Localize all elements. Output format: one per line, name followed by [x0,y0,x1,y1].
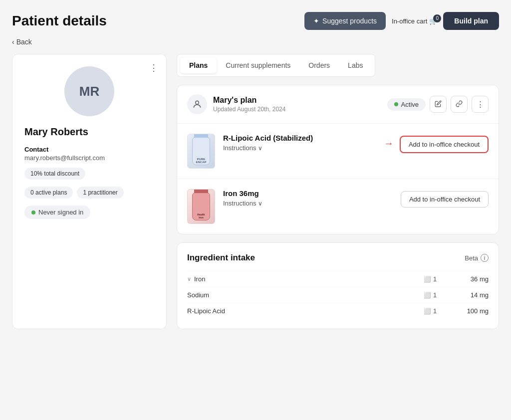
edit-plan-button[interactable] [430,96,447,113]
ingredient-row-rlipoic: R-Lipoic Acid ⬜ 1 100 mg [187,303,489,319]
status-badge: Never signed in [24,206,90,219]
product-image-lipoic: PUREENCAP [187,134,215,169]
beta-label: Beta [465,254,478,262]
patient-name: Mary Roberts [24,126,154,138]
tab-orders[interactable]: Orders [299,57,339,73]
patient-card: ⋮ MR Mary Roberts Contact mary.roberts@f… [12,54,167,329]
beta-badge: Beta i [465,254,489,262]
ingredient-intake-card: Ingredient intake Beta i ∨ Iron ⬜ 1 [177,242,499,329]
tabs-bar: Plans Current supplements Orders Labs [177,54,375,77]
cart-badge: 0 [433,14,441,22]
add-to-checkout-button-iron[interactable]: Add to in-office checkout [401,191,489,208]
edit-icon [435,100,442,109]
plan-card: Mary's plan Updated August 20th, 2024 Ac… [177,85,499,234]
contact-section: Contact mary.roberts@fullscript.com [24,146,154,162]
avatar: MR [64,66,114,116]
page-title: Patient details [12,13,107,29]
ingredient-name-rlipoic: R-Lipoic Acid [187,307,424,315]
ingredient-count-rlipoic: ⬜ 1 [424,307,454,315]
arrow-right-icon: → [384,138,394,149]
active-plans-tag: 0 active plans [24,187,73,199]
ingredient-name-iron: ∨ Iron [187,275,424,283]
tags-row: 10% total discount [24,168,154,180]
plan-more-button[interactable]: ⋮ [472,96,489,113]
ingredient-header: Ingredient intake Beta i [187,253,489,263]
ingredient-row-sodium: Sodium ⬜ 1 14 mg [187,287,489,303]
patient-card-menu[interactable]: ⋮ [149,62,158,73]
sparkle-icon: ✦ [313,17,319,25]
chevron-down-icon: ∨ [258,145,262,152]
plan-person-icon [187,94,207,114]
plan-header: Mary's plan Updated August 20th, 2024 Ac… [177,85,499,124]
tab-plans[interactable]: Plans [180,57,217,73]
main-content: ⋮ MR Mary Roberts Contact mary.roberts@f… [12,54,499,329]
ingredient-row-iron: ∨ Iron ⬜ 1 36 mg [187,271,489,287]
right-panel: Plans Current supplements Orders Labs [177,54,499,329]
product-details-iron: Iron 36mg Instructions ∨ [223,189,401,207]
product-actions-iron: Add to in-office checkout [401,189,489,208]
plan-info: Mary's plan Updated August 20th, 2024 [213,96,387,113]
ingredient-count-sodium: ⬜ 1 [424,291,454,299]
product-details-lipoic: R-Lipoic Acid (Stabilized) Instructions … [223,134,384,152]
in-office-cart-link[interactable]: In-office cart 🛒 0 [392,17,437,25]
product-image-iron: HealthIron [187,189,215,224]
status-dot [31,210,35,214]
active-badge: Active [387,98,426,111]
back-link[interactable]: ‹ Back [12,38,499,46]
chevron-left-icon: ‹ [12,38,14,46]
link-icon [456,100,463,109]
chevron-down-icon-iron: ∨ [258,200,262,207]
ingredient-title: Ingredient intake [187,253,255,263]
plan-updated: Updated August 20th, 2024 [213,106,387,113]
tab-current-supplements[interactable]: Current supplements [217,57,299,73]
chevron-icon-iron[interactable]: ∨ [187,276,191,282]
more-icon: ⋮ [477,100,484,109]
active-dot [394,102,398,106]
ingredient-amount-iron: 36 mg [454,275,489,283]
product-name-lipoic: R-Lipoic Acid (Stabilized) [223,134,384,142]
info-icon[interactable]: i [481,254,489,262]
product-instructions-iron[interactable]: Instructions ∨ [223,200,401,207]
plan-name: Mary's plan [213,96,387,105]
contact-label: Contact [24,146,154,153]
top-header: Patient details ✦ Suggest products In-of… [12,12,499,30]
header-actions: ✦ Suggest products In-office cart 🛒 0 Bu… [304,12,499,30]
status-label: Never signed in [38,209,83,216]
pill-icon-rlipoic: ⬜ [424,308,431,315]
ingredient-amount-sodium: 14 mg [454,291,489,299]
contact-email: mary.roberts@fullscript.com [24,154,154,162]
copy-link-button[interactable] [451,96,468,113]
product-instructions-lipoic[interactable]: Instructions ∨ [223,144,384,152]
build-plan-button[interactable]: Build plan [443,12,499,30]
svg-point-0 [196,101,199,104]
product-row-iron: HealthIron Iron 36mg Instructions ∨ Add … [177,179,499,234]
practitioner-tag: 1 practitioner [77,187,123,199]
add-to-checkout-button-lipoic[interactable]: Add to in-office checkout [400,136,489,153]
plan-actions: Active [387,96,489,113]
discount-tag: 10% total discount [24,168,85,180]
plan-tags-row: 0 active plans 1 practitioner [24,187,154,199]
pill-icon-sodium: ⬜ [424,292,431,299]
product-row-lipoic: PUREENCAP R-Lipoic Acid (Stabilized) Ins… [177,124,499,179]
active-label: Active [401,101,419,108]
ingredient-amount-rlipoic: 100 mg [454,307,489,315]
ingredient-name-sodium: Sodium [187,291,424,299]
ingredient-count-iron: ⬜ 1 [424,275,454,283]
tab-labs[interactable]: Labs [339,57,372,73]
product-actions-lipoic: → Add to in-office checkout [384,134,489,153]
product-name-iron: Iron 36mg [223,189,401,198]
pill-icon-iron: ⬜ [424,276,431,283]
suggest-products-button[interactable]: ✦ Suggest products [304,12,386,30]
